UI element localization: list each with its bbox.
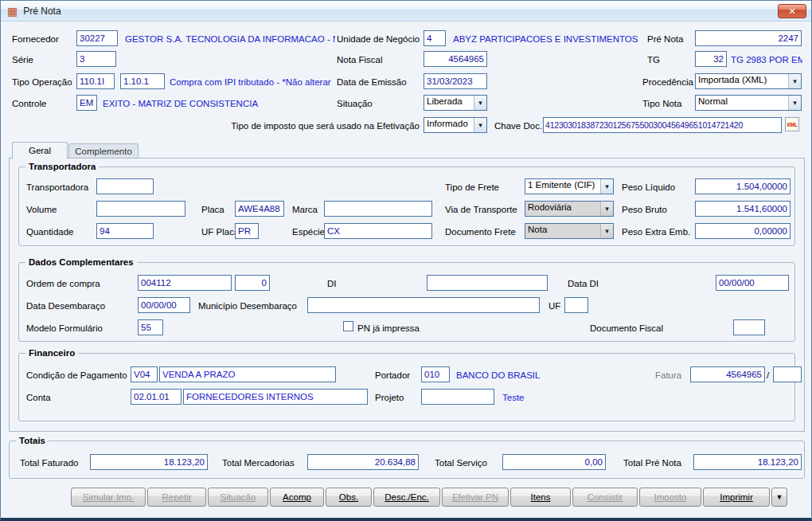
situacao-button[interactable]: Situação (208, 488, 268, 507)
tipo-frete-value: 1 Emitente (CIF) (525, 179, 600, 194)
xml-file-icon[interactable]: XML (785, 117, 799, 131)
desc-enc-button[interactable]: Desc./Enc. (373, 488, 440, 507)
modelo-formulario-input[interactable] (138, 319, 163, 335)
tg-input[interactable] (695, 51, 727, 67)
total-faturado-label: Total Faturado (20, 456, 79, 469)
total-servico-input[interactable] (502, 454, 606, 470)
data-emissao-label: Data de Emissão (337, 76, 407, 88)
peso-liquido-input[interactable] (695, 178, 791, 194)
serie-input[interactable] (76, 51, 116, 67)
fatura-input[interactable] (690, 366, 765, 382)
ordem-compra-input[interactable] (138, 275, 232, 291)
acomp-button[interactable]: Acomp (270, 488, 324, 507)
peso-extra-label: Peso Extra Emb. (622, 225, 690, 238)
conta-desc-field[interactable] (183, 389, 368, 405)
total-mercadorias-input[interactable] (307, 454, 419, 470)
fatura-serie-input[interactable] (773, 366, 802, 382)
tipo-frete-label: Tipo de Frete (445, 181, 499, 194)
chevron-down-icon: ▾ (788, 96, 801, 110)
portador-description: BANCO DO BRASIL (456, 369, 615, 382)
repetir-button[interactable]: Repetir (147, 488, 206, 507)
tab-geral[interactable]: Geral (12, 142, 68, 159)
controle-description: EXITO - MATRIZ DE CONSISTENCIA (103, 97, 334, 110)
di-input[interactable] (427, 275, 548, 291)
nota-fiscal-label: Nota Fiscal (337, 53, 383, 66)
app-icon: ▦ (7, 6, 18, 17)
tipo-nota-select[interactable]: Normal ▾ (695, 95, 802, 111)
pn-ja-impressa-label: PN já impressa (357, 322, 420, 335)
especie-label: Espécie (292, 225, 325, 238)
portador-code-input[interactable] (421, 366, 450, 382)
unidade-negocio-code-input[interactable] (424, 30, 446, 46)
simular-imp-button[interactable]: Simular Imp. (71, 488, 146, 507)
volume-input[interactable] (96, 201, 185, 217)
total-faturado-input[interactable] (90, 454, 208, 470)
situacao-select[interactable]: Liberada ▾ (424, 95, 487, 111)
pre-nota-input[interactable] (695, 30, 802, 46)
conta-code-input[interactable] (131, 389, 182, 405)
nota-fiscal-input[interactable] (424, 51, 487, 67)
unidade-negocio-label: Unidade de Negócio (337, 33, 420, 45)
controle-input[interactable] (76, 95, 97, 111)
uf-placa-label: UF Placa (201, 225, 239, 238)
tab-complemento[interactable]: Complemento (68, 143, 139, 158)
peso-bruto-input[interactable] (695, 201, 791, 217)
placa-label: Placa (201, 203, 224, 216)
fornecedor-code-input[interactable] (76, 30, 118, 46)
fatura-separator: / (767, 369, 769, 382)
municipio-desembaraco-input[interactable] (307, 297, 540, 313)
consistir-button[interactable]: Consistir (572, 488, 638, 507)
uf-input[interactable] (564, 297, 588, 313)
ordem-compra-seq-input[interactable] (235, 275, 270, 291)
transportadora-input[interactable] (96, 178, 154, 194)
chevron-down-icon: ▾ (600, 224, 613, 238)
via-transporte-select[interactable]: Rodoviária ▾ (525, 201, 614, 217)
itens-button[interactable]: Itens (510, 488, 571, 507)
uf-placa-input[interactable] (235, 223, 259, 239)
especie-input[interactable] (324, 223, 432, 239)
pn-ja-impressa-checkbox[interactable] (343, 321, 353, 331)
total-pre-nota-input[interactable] (693, 454, 802, 470)
obs-button[interactable]: Obs. (326, 488, 372, 507)
projeto-description: Teste (502, 391, 566, 404)
condicao-pagamento-desc-field[interactable] (159, 366, 336, 382)
total-mercadorias-label: Total Mercadorias (222, 456, 295, 469)
data-desembaraco-input[interactable] (138, 297, 190, 313)
tipo-imposto-label: Tipo de imposto que será usado na Efetiv… (192, 119, 420, 132)
quantidade-input[interactable] (96, 223, 154, 239)
data-emissao-input[interactable] (424, 73, 487, 89)
marca-label: Marca (292, 203, 318, 216)
transportadora-label: Transportadora (26, 181, 88, 194)
marca-input[interactable] (324, 201, 432, 217)
projeto-input[interactable] (421, 389, 494, 405)
data-desembaraco-label: Data Desembaraço (26, 300, 105, 312)
tipo-frete-select[interactable]: 1 Emitente (CIF) ▾ (525, 178, 614, 194)
peso-liquido-label: Peso Líquido (622, 181, 675, 194)
peso-extra-input[interactable] (695, 223, 791, 239)
imposto-button[interactable]: Imposto (639, 488, 701, 507)
window-title: Pré Nota (23, 6, 61, 17)
placa-input[interactable] (235, 201, 284, 217)
via-transporte-value: Rodoviária (525, 202, 600, 216)
imprimir-button[interactable]: Imprimir (703, 488, 770, 507)
tg-label: TG (647, 53, 660, 66)
procedencia-value: Importada (XML) (696, 74, 788, 88)
quantidade-label: Quantidade (26, 225, 73, 238)
procedencia-select[interactable]: Importada (XML) ▾ (695, 73, 802, 89)
close-button[interactable]: ✕ (778, 4, 806, 18)
data-di-input[interactable] (716, 275, 789, 291)
chave-doc-label: Chave Doc. (494, 119, 542, 132)
documento-frete-select[interactable]: Nota ▾ (525, 223, 614, 239)
documento-frete-label: Documento Frete (445, 225, 516, 238)
financeiro-group-title: Financeiro (25, 347, 78, 358)
tipo-operacao-code1-input[interactable] (76, 73, 115, 89)
chave-doc-input[interactable] (543, 117, 782, 133)
unidade-negocio-description: ABYZ PARTICIPACOES E INVESTIMENTOS LT (453, 33, 641, 45)
efetivar-pn-button[interactable]: Efetivar PN (442, 488, 509, 507)
condicao-pagamento-code-input[interactable] (131, 366, 158, 382)
tipo-imposto-select[interactable]: Informado ▾ (424, 117, 487, 133)
tipo-operacao-code2-input[interactable] (120, 73, 165, 89)
documento-fiscal-input[interactable] (733, 319, 765, 335)
imprimir-more-button[interactable]: ▼ (771, 488, 787, 507)
controle-label: Controle (12, 97, 46, 110)
